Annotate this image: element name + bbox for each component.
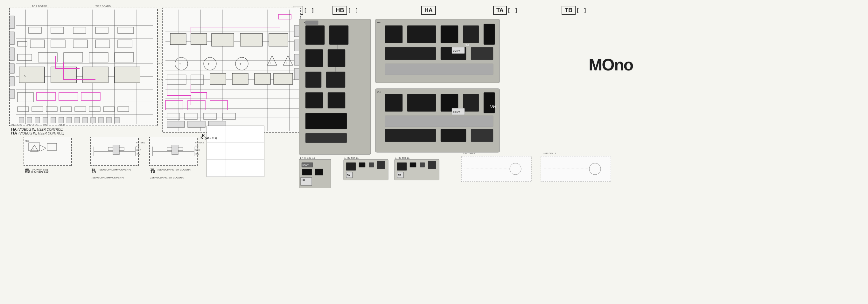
svg-text:T: T (208, 62, 210, 66)
svg-point-106 (236, 57, 248, 70)
svg-rect-75 (162, 8, 301, 132)
svg-rect-39 (115, 67, 140, 83)
svg-rect-181 (306, 92, 323, 108)
svg-rect-119 (188, 101, 205, 110)
svg-rect-220 (302, 163, 313, 167)
svg-rect-198 (441, 47, 466, 60)
svg-rect-53 (60, 107, 71, 112)
svg-rect-227 (344, 159, 388, 180)
svg-rect-192 (385, 26, 403, 43)
svg-rect-144 (91, 137, 138, 166)
svg-rect-160 (167, 147, 183, 150)
svg-rect-210 (484, 92, 495, 113)
svg-rect-80 (278, 14, 291, 19)
svg-rect-61 (43, 117, 48, 123)
k-bracket: K (293, 6, 303, 15)
svg-text:SONY: SONY (302, 164, 309, 166)
svg-text:!: ! (270, 62, 271, 64)
svg-text:+5V: +5V (136, 153, 140, 155)
svg-rect-34 (115, 53, 134, 62)
svg-rect-117 (274, 73, 293, 84)
svg-rect-64 (67, 117, 71, 123)
svg-text:CN1613: CN1613 (11, 123, 22, 127)
svg-text:CN1: CN1 (195, 145, 199, 147)
svg-rect-193 (407, 26, 436, 43)
svg-rect-211 (385, 116, 493, 127)
svg-rect-247 (541, 156, 611, 182)
svg-text:VH: VH (377, 91, 380, 94)
svg-rect-48 (81, 92, 100, 101)
svg-text:+5V: +5V (195, 153, 199, 155)
svg-rect-139 (29, 143, 40, 151)
main-container: K [ ] HB [ ] HA TA [ ] TB [ ] MOno HA (0, 0, 868, 304)
svg-rect-206 (385, 94, 403, 112)
svg-text:CN1: CN1 (43, 123, 49, 127)
svg-rect-200 (385, 64, 493, 75)
svg-rect-26 (51, 40, 65, 48)
ha-board-label: HA (VIDEO 2 IN, USER CONTROL) (11, 130, 64, 136)
svg-rect-168 (207, 126, 264, 177)
svg-rect-130 (294, 54, 299, 65)
svg-text:SONY: SONY (453, 111, 460, 113)
svg-text:K: K (304, 21, 306, 24)
svg-rect-30 (18, 54, 32, 60)
svg-rect-229 (359, 163, 365, 167)
svg-rect-49 (18, 92, 33, 102)
svg-rect-199 (471, 47, 493, 60)
svg-rect-45 (9, 89, 14, 99)
svg-rect-65 (75, 117, 80, 123)
svg-rect-126 (188, 121, 205, 128)
svg-rect-51 (32, 107, 43, 112)
svg-rect-41 (9, 32, 14, 45)
svg-text:FILTER2: FILTER2 (195, 141, 204, 144)
svg-rect-25 (30, 40, 44, 48)
k-board-label: K (AUDIO) (200, 135, 217, 140)
svg-rect-100 (240, 33, 262, 46)
svg-rect-67 (91, 117, 95, 123)
ta-bracket: TA (493, 6, 507, 15)
svg-point-244 (510, 163, 521, 175)
svg-rect-223 (315, 169, 323, 175)
svg-text:!: ! (286, 62, 287, 64)
svg-rect-58 (19, 117, 24, 123)
svg-rect-42 (9, 48, 14, 60)
svg-text:CN1613: CN1613 (27, 123, 37, 127)
svg-rect-31 (38, 53, 57, 62)
ta-board-label: TA (SENSOR<LAMP COVER>) (92, 168, 124, 180)
svg-rect-24 (18, 42, 27, 46)
svg-text:GND: GND (195, 149, 200, 151)
svg-rect-239 (428, 161, 436, 169)
svg-rect-69 (106, 117, 111, 123)
svg-text:T: T (179, 62, 181, 66)
svg-rect-44 (9, 77, 14, 86)
label-hb: HB [ ] (333, 6, 357, 15)
svg-rect-212 (385, 129, 436, 142)
label-k: K [ ] (293, 6, 313, 15)
svg-rect-113 (191, 75, 204, 84)
svg-rect-235 (395, 159, 439, 180)
svg-rect-115 (232, 73, 248, 84)
svg-text:HA: HA (465, 43, 470, 47)
svg-rect-174 (299, 19, 371, 155)
svg-text:T: T (240, 62, 242, 66)
svg-text:SONY: SONY (453, 49, 460, 52)
svg-rect-33 (89, 53, 108, 62)
svg-rect-60 (35, 117, 40, 123)
svg-rect-21 (73, 27, 86, 33)
svg-rect-156 (150, 137, 197, 166)
svg-text:1-447-584-11: 1-447-584-11 (344, 157, 359, 159)
svg-rect-28 (95, 40, 110, 48)
svg-text:1-447-584-11: 1-447-584-11 (463, 152, 476, 155)
svg-rect-43 (9, 64, 14, 73)
svg-rect-47 (59, 92, 78, 101)
hb-board-label: HB (POWER SW) (25, 168, 49, 174)
svg-rect-127 (209, 121, 226, 128)
svg-rect-141 (47, 143, 57, 150)
svg-rect-99 (212, 33, 234, 46)
svg-rect-57 (118, 107, 129, 112)
svg-marker-108 (267, 56, 277, 65)
svg-rect-35 (19, 67, 44, 83)
svg-rect-32 (64, 53, 83, 62)
svg-marker-140 (40, 145, 46, 151)
svg-rect-131 (294, 68, 299, 80)
